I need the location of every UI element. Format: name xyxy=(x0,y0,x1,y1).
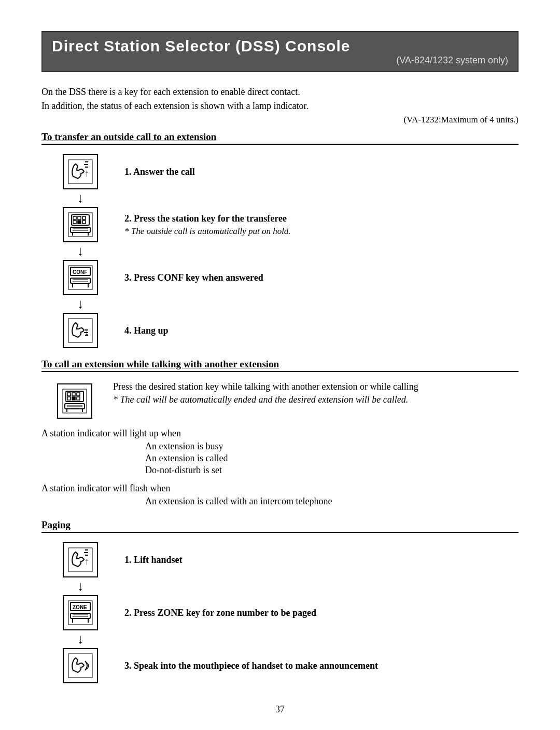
svg-text:CONF: CONF xyxy=(73,269,87,275)
step1-label: 1. Answer the call xyxy=(124,167,195,177)
paging-step1-text: 1. Lift handset xyxy=(124,555,183,566)
indicator-flash-item1: An extension is called with an intercom … xyxy=(145,496,519,507)
paging-step1-label: 1. Lift handset xyxy=(124,555,183,565)
paging-steps: ↑ 1. Lift handset ↓ ZONE xyxy=(57,542,519,683)
step4-row: ↓ 4. Hang up xyxy=(57,313,169,348)
step3-row: CONF 3. Press CONF key when answered xyxy=(57,260,263,295)
indicator-light-list: An extension is busy An extension is cal… xyxy=(145,441,519,476)
paging-step1-row: ↑ 1. Lift handset xyxy=(57,542,183,577)
section1-heading: To transfer an outside call to an extens… xyxy=(41,131,519,145)
indicator-flash-label: A station indicator will flash when xyxy=(41,483,519,494)
section2-note: * The call will be automatically ended a… xyxy=(113,394,418,405)
section2-content: Press the desired station key while talk… xyxy=(57,381,519,419)
svg-rect-33 xyxy=(67,393,71,396)
section1-steps: ↑ 1. Answer the call ↓ xyxy=(57,154,519,348)
arrow2: ↓ xyxy=(77,244,84,258)
step2-label: 2. Press the station key for the transfe… xyxy=(124,213,291,224)
arrow1: ↓ xyxy=(77,191,84,205)
conf-icon: CONF xyxy=(63,260,98,295)
title-block: Direct Station Selector (DSS) Console (V… xyxy=(41,31,519,72)
svg-text:ZONE: ZONE xyxy=(73,604,87,610)
indicator-flash-list: An extension is called with an intercom … xyxy=(145,496,519,507)
svg-rect-52 xyxy=(71,613,90,618)
page-number: 37 xyxy=(41,704,519,715)
intro-line2: In addition, the status of each extensio… xyxy=(41,101,519,112)
section2-main-text: Press the desired station key while talk… xyxy=(113,381,418,392)
paging-step2-icon-col: ZONE xyxy=(57,595,104,630)
svg-rect-13 xyxy=(71,227,90,232)
step3-text: 3. Press CONF key when answered xyxy=(124,272,263,283)
svg-rect-37 xyxy=(72,397,75,400)
svg-rect-34 xyxy=(72,393,75,396)
svg-rect-38 xyxy=(77,397,80,400)
page-main-title: Direct Station Selector (DSS) Console xyxy=(52,37,508,55)
step1-icon-col: ↑ xyxy=(57,154,104,189)
paging-step2-row: ZONE 2. Press ZONE key for zone number t… xyxy=(57,595,316,630)
svg-rect-39 xyxy=(65,404,85,409)
indicator-light-item1: An extension is busy xyxy=(145,441,519,452)
svg-rect-11 xyxy=(78,221,81,224)
section2-heading: To call an extension while talking with … xyxy=(41,359,519,372)
indicator-light-item3: Do-not-disturb is set xyxy=(145,465,519,476)
svg-rect-36 xyxy=(67,397,71,400)
section2-text-block: Press the desired station key while talk… xyxy=(113,381,418,405)
indicator-flash-block: A station indicator will flash when An e… xyxy=(41,483,519,507)
paging-step2-text: 2. Press ZONE key for zone number to be … xyxy=(124,608,316,618)
arrow3: ↓ xyxy=(77,297,84,311)
paging-step3-row: 3. Speak into the mouthpiece of handset … xyxy=(57,648,378,683)
svg-rect-35 xyxy=(77,393,80,396)
step4-label: 4. Hang up xyxy=(124,325,169,336)
svg-rect-21 xyxy=(71,278,90,283)
paging-handset2-icon xyxy=(63,648,98,683)
zone-icon: ZONE xyxy=(63,595,98,630)
paging-step1-icon-col: ↑ xyxy=(57,542,104,577)
paging-heading: Paging xyxy=(41,519,519,533)
step2-icon-col xyxy=(57,207,104,242)
step2-row: 2. Press the station key for the transfe… xyxy=(57,207,291,242)
step4-text: 4. Hang up xyxy=(124,325,169,336)
paging-arrow2: ↓ xyxy=(77,632,84,646)
svg-rect-12 xyxy=(82,221,86,224)
hangup-icon: ↓ xyxy=(63,313,98,348)
svg-text:↑: ↑ xyxy=(85,556,89,567)
svg-rect-10 xyxy=(73,221,76,224)
paging-section: Paging ↑ 1. Lift handset xyxy=(41,519,519,683)
step2-note: * The outside call is automatically put … xyxy=(124,226,291,237)
station-icon-2 xyxy=(57,383,92,419)
paging-handset-icon: ↑ xyxy=(63,542,98,577)
svg-rect-7 xyxy=(73,216,76,219)
step2-text: 2. Press the station key for the transfe… xyxy=(124,213,291,237)
svg-rect-8 xyxy=(78,216,81,219)
station-icon-1 xyxy=(63,207,98,242)
intro-line1: On the DSS there is a key for each exten… xyxy=(41,87,519,98)
indicator-light-block: A station indicator will light up when A… xyxy=(41,428,519,476)
paging-step3-label: 3. Speak into the mouthpiece of handset … xyxy=(124,660,378,671)
step3-icon-col: CONF xyxy=(57,260,104,295)
indicator-light-item2: An extension is called xyxy=(145,453,519,464)
page-sub-title: (VA-824/1232 system only) xyxy=(52,55,508,66)
paging-arrow1: ↓ xyxy=(77,580,84,593)
intro-note: (VA-1232:Maximum of 4 units.) xyxy=(41,115,519,125)
indicator-light-label: A station indicator will light up when xyxy=(41,428,519,439)
step4-icon-col: ↓ xyxy=(57,313,104,348)
svg-rect-9 xyxy=(82,216,86,219)
paging-step3-text: 3. Speak into the mouthpiece of handset … xyxy=(124,660,378,671)
step1-row: ↑ 1. Answer the call xyxy=(57,154,195,189)
svg-text:↑: ↑ xyxy=(85,168,89,178)
handset-icon-1: ↑ xyxy=(63,154,98,189)
step1-text: 1. Answer the call xyxy=(124,167,195,177)
step3-label: 3. Press CONF key when answered xyxy=(124,272,263,283)
paging-step2-label: 2. Press ZONE key for zone number to be … xyxy=(124,608,316,618)
paging-step3-icon-col xyxy=(57,648,104,683)
